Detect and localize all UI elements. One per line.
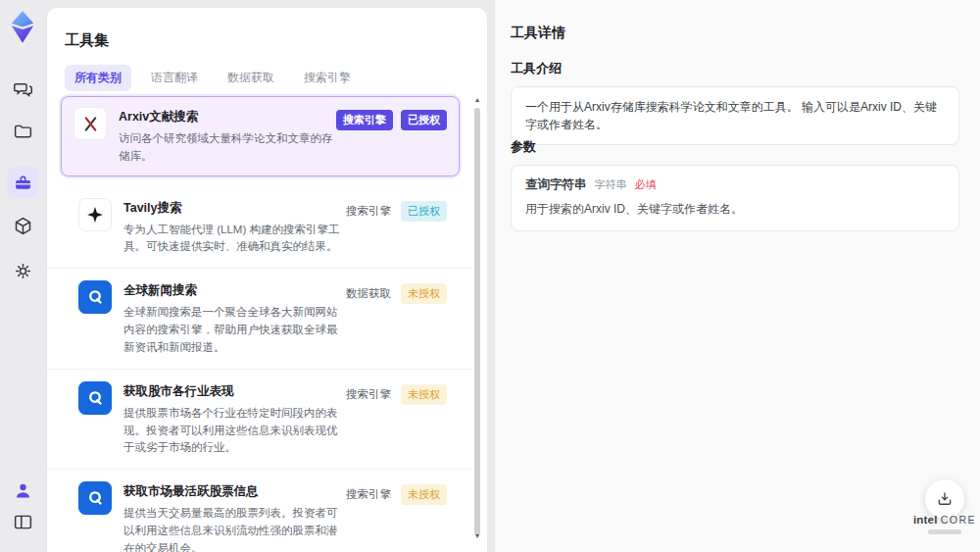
cube-icon	[13, 216, 33, 236]
brand-underbar	[928, 529, 961, 534]
sidebar-item-collapse-panel[interactable]	[7, 506, 38, 537]
news-q-logo-icon	[78, 280, 112, 314]
param-type: 字符串	[595, 177, 627, 192]
gear-icon	[13, 261, 33, 281]
sidebar-item-packages[interactable]	[7, 210, 38, 241]
tool-row-stock-sectors[interactable]: 获取股市各行业表现 提供股票市场各个行业在特定时间段内的表现。投资者可以利用这些…	[47, 370, 472, 470]
tool-description: 专为人工智能代理 (LLM) 构建的搜索引擎工具。可快速提供实时、准确和真实的结…	[123, 222, 344, 257]
tool-row-global-news[interactable]: 全球新闻搜索 全球新闻搜索是一个聚合全球各大新闻网站内容的搜索引擎，帮助用户快速…	[47, 269, 472, 369]
tab-all-categories[interactable]: 所有类别	[65, 65, 131, 91]
tool-category-label: 搜索引擎	[344, 484, 393, 505]
tool-description: 全球新闻搜索是一个聚合全球各大新闻网站内容的搜索引擎，帮助用户快速获取全球最新资…	[123, 304, 344, 356]
tool-row-tavily[interactable]: Tavily搜索 专为人工智能代理 (LLM) 构建的搜索引擎工具。可快速提供实…	[47, 186, 472, 270]
tool-description: 提供股票市场各个行业在特定时间段内的表现。投资者可以利用这些信息来识别表现优于或…	[123, 405, 344, 457]
tavily-sparkle-icon	[78, 198, 112, 231]
app-logo-icon	[8, 10, 37, 43]
tool-category-label: 搜索引擎	[344, 201, 393, 222]
tool-category-badge: 搜索引擎	[336, 110, 393, 130]
list-scrollbar: ▴ ▾	[473, 96, 481, 548]
tab-language-translation[interactable]: 语言翻译	[141, 65, 208, 91]
scroll-down-arrow[interactable]: ▾	[473, 532, 481, 540]
tab-search-engine[interactable]: 搜索引擎	[294, 65, 361, 91]
tool-name: 获取市场最活跃股票信息	[123, 483, 344, 500]
toolbox-icon	[13, 173, 33, 193]
intro-text: 一个用于从Arxiv存储库搜索科学论文和文章的工具。 输入可以是Arxiv ID…	[525, 100, 937, 131]
tool-detail-panel: 工具详情 工具介绍 一个用于从Arxiv存储库搜索科学论文和文章的工具。 输入可…	[495, 0, 980, 552]
tool-auth-badge: 未授权	[401, 384, 447, 405]
page-title: 工具集	[65, 31, 109, 50]
sidebar-item-chat[interactable]	[7, 73, 38, 104]
download-button[interactable]	[925, 479, 964, 519]
scrollbar-thumb[interactable]	[474, 108, 480, 535]
tool-name: Arxiv文献搜索	[119, 109, 336, 125]
tool-auth-badge: 未授权	[401, 484, 447, 505]
tool-name: 全球新闻搜索	[123, 282, 344, 299]
download-icon	[936, 490, 954, 508]
tool-auth-badge: 未授权	[401, 283, 447, 304]
category-tabs: 所有类别 语言翻译 数据获取 搜索引擎	[65, 65, 361, 91]
intro-box: 一个用于从Arxiv存储库搜索科学论文和文章的工具。 输入可以是Arxiv ID…	[511, 86, 959, 145]
tool-category-label: 数据获取	[344, 283, 393, 304]
tool-name: 获取股市各行业表现	[123, 383, 344, 400]
brand-intel: intel	[913, 514, 938, 526]
sidebar-item-toolbox-active[interactable]	[7, 167, 38, 198]
chat-icon	[13, 78, 33, 99]
intel-core-badge: intel CORE	[904, 514, 980, 534]
param-name: 查询字符串	[525, 176, 587, 193]
sidebar-item-settings[interactable]	[7, 255, 38, 286]
tool-auth-badge: 已授权	[401, 201, 447, 222]
tool-auth-badge: 已授权	[401, 110, 447, 130]
param-description: 用于搜索的Arxiv ID、关键字或作者姓名。	[525, 201, 945, 218]
folder-icon	[13, 122, 33, 142]
tool-list-panel: 工具集 所有类别 语言翻译 数据获取 搜索引擎 Arxiv文献搜索 访问各个研究…	[47, 8, 487, 552]
left-rail	[0, 0, 45, 552]
tool-description: 访问各个研究领域大量科学论文和文章的存储库。	[119, 130, 336, 166]
news-q-logo-icon	[78, 381, 112, 415]
arxiv-logo-icon	[74, 107, 107, 140]
sidebar-item-files[interactable]	[7, 116, 38, 147]
params-heading: 参数	[511, 138, 536, 156]
tool-description: 提供当天交易量最高的股票列表。投资者可以利用这些信息来识别流动性强的股票和潜在的…	[123, 505, 344, 552]
user-icon	[13, 480, 33, 501]
tool-list: Arxiv文献搜索 访问各个研究领域大量科学论文和文章的存储库。 搜索引擎 已授…	[47, 92, 472, 552]
detail-title: 工具详情	[511, 25, 565, 42]
intro-heading: 工具介绍	[511, 60, 562, 77]
brand-core: CORE	[941, 514, 976, 526]
sidebar-item-profile[interactable]	[7, 475, 38, 506]
tool-row-arxiv[interactable]: Arxiv文献搜索 访问各个研究领域大量科学论文和文章的存储库。 搜索引擎 已授…	[61, 96, 460, 176]
panel-layout-icon	[13, 512, 33, 532]
tab-data-fetch[interactable]: 数据获取	[218, 65, 284, 91]
tool-name: Tavily搜索	[123, 200, 344, 217]
param-required-flag: 必填	[635, 177, 657, 192]
news-q-logo-icon	[78, 481, 112, 515]
tool-row-active-stocks[interactable]: 获取市场最活跃股票信息 提供当天交易量最高的股票列表。投资者可以利用这些信息来识…	[47, 470, 472, 552]
param-box: 查询字符串 字符串 必填 用于搜索的Arxiv ID、关键字或作者姓名。	[511, 165, 959, 231]
tool-category-label: 搜索引擎	[344, 384, 393, 405]
scroll-up-arrow[interactable]: ▴	[473, 96, 481, 104]
